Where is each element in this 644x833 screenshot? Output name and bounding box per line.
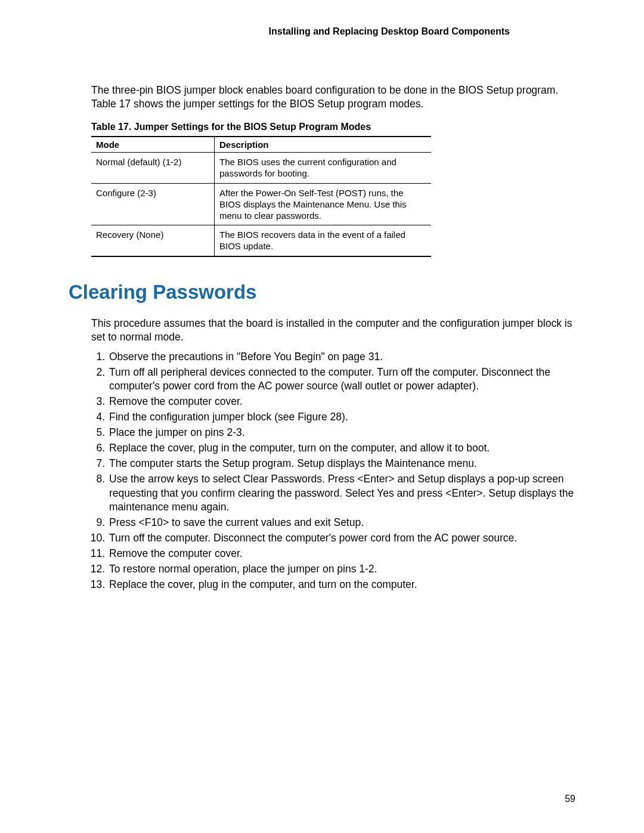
procedure-steps: Observe the precautions in "Before You B… (91, 350, 575, 592)
step: Replace the cover, plug in the computer,… (108, 441, 575, 455)
step: Turn off all peripheral devices connecte… (108, 366, 575, 393)
table-header-row: Mode Description (91, 137, 431, 153)
step: Press <F10> to save the current values a… (108, 516, 575, 529)
step: The computer starts the Setup program. S… (108, 457, 575, 470)
cell-mode: Normal (default) (1-2) (91, 153, 215, 183)
procedure-intro: This procedure assumes that the board is… (91, 317, 575, 344)
section-heading: Clearing Passwords (69, 281, 575, 304)
cell-mode: Configure (2-3) (91, 183, 215, 225)
step: Remove the computer cover. (108, 547, 575, 561)
col-description: Description (215, 137, 432, 153)
jumper-settings-table: Mode Description Normal (default) (1-2) … (91, 136, 431, 256)
step: Use the arrow keys to select Clear Passw… (108, 472, 575, 513)
step: Turn off the computer. Disconnect the co… (108, 531, 575, 545)
step: Remove the computer cover. (108, 395, 575, 408)
step: Place the jumper on pins 2-3. (108, 426, 575, 439)
cell-mode: Recovery (None) (91, 225, 215, 256)
step: To restore normal operation, place the j… (108, 562, 575, 576)
col-mode: Mode (91, 137, 215, 153)
step: Replace the cover, plug in the computer,… (108, 578, 575, 592)
cell-desc: The BIOS uses the current configuration … (215, 153, 432, 183)
table-row: Recovery (None) The BIOS recovers data i… (91, 225, 431, 256)
cell-desc: After the Power-On Self-Test (POST) runs… (215, 183, 432, 225)
page-number: 59 (565, 794, 575, 804)
table-row: Normal (default) (1-2) The BIOS uses the… (91, 153, 431, 183)
running-head: Installing and Replacing Desktop Board C… (69, 26, 575, 37)
cell-desc: The BIOS recovers data in the event of a… (215, 225, 432, 256)
intro-paragraph: The three-pin BIOS jumper block enables … (91, 83, 575, 111)
step: Observe the precautions in "Before You B… (108, 350, 575, 364)
table-row: Configure (2-3) After the Power-On Self-… (91, 183, 431, 225)
page: Installing and Replacing Desktop Board C… (0, 0, 644, 592)
step: Find the configuration jumper block (see… (108, 410, 575, 424)
table-caption: Table 17. Jumper Settings for the BIOS S… (91, 122, 575, 132)
